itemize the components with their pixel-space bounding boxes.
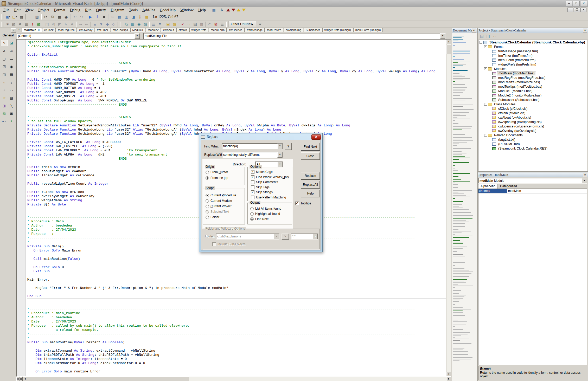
layers-icon[interactable]: ❖ bbox=[17, 22, 23, 27]
option-checkbox-skip-comments[interactable]: Skip Comments bbox=[251, 180, 278, 184]
find-combo-dropdown-icon[interactable]: ▼ bbox=[277, 144, 283, 149]
replace-combo-dropdown-icon[interactable]: ▼ bbox=[277, 152, 283, 158]
tool-line[interactable]: ╲ bbox=[8, 103, 15, 108]
bookmark-next-icon[interactable]: ▼ bbox=[98, 22, 104, 27]
menu-item-help[interactable]: Help bbox=[196, 8, 208, 12]
maroon-down-triangle-icon[interactable] bbox=[232, 9, 235, 11]
end-icon[interactable]: ■ bbox=[101, 14, 107, 20]
tree-item-Modules[interactable]: −Modules bbox=[478, 67, 587, 71]
tab-Module1[interactable]: Module1 bbox=[130, 28, 145, 32]
tree-item-menuForm[interactable]: menuForm (frmMenu.frm) bbox=[478, 58, 587, 62]
tool-combobox[interactable]: ◫ bbox=[1, 72, 7, 77]
save-all-icon[interactable]: ▥ bbox=[198, 22, 204, 27]
tool-dirlistbox[interactable]: ▱ bbox=[1, 95, 7, 101]
gold-up-triangle-icon[interactable] bbox=[237, 9, 240, 11]
menu-item-format[interactable]: Format bbox=[52, 8, 67, 12]
maroon-up-triangle-icon[interactable] bbox=[226, 9, 230, 11]
tree-item-modRegFree[interactable]: modRegFree (modRegFree.bas) bbox=[478, 75, 587, 80]
utility-hammer-icon[interactable]: ✶ bbox=[4, 22, 11, 27]
tree-item-Related[interactable]: −Related Documents bbox=[478, 133, 587, 137]
tab-menuFormDesign[interactable]: menuForm (Design) bbox=[353, 28, 383, 32]
document-map-content[interactable] bbox=[453, 34, 475, 380]
tree-item-Module1[interactable]: Module1 (Module1.bas) bbox=[478, 89, 587, 93]
gold-down-triangle-icon[interactable] bbox=[242, 9, 246, 11]
find-what-combo[interactable]: function(a) ▼ bbox=[222, 143, 283, 149]
bookmark-toggle-icon[interactable]: ▲ bbox=[92, 22, 98, 27]
procedure-combo[interactable]: readSettingsFile ▼ bbox=[143, 33, 446, 39]
menu-item-tools[interactable]: Tools bbox=[127, 8, 140, 12]
menu-item-diagram[interactable]: Diagram bbox=[108, 8, 127, 12]
tool-listbox[interactable]: ▤ bbox=[8, 72, 15, 77]
other-utilities-dropdown[interactable]: Other Utilities ▾ bbox=[228, 21, 256, 27]
eraser-icon[interactable]: ⬭ bbox=[207, 22, 213, 27]
hscroll-track[interactable] bbox=[27, 377, 447, 381]
add-module-icon[interactable]: ▣ bbox=[165, 22, 171, 27]
properties-object-combo[interactable]: modMain Module ▼ bbox=[478, 178, 587, 184]
option-checkbox-find-whole-words-only[interactable]: ✓Find Whole Words Only bbox=[251, 175, 289, 179]
tab-close-icon[interactable]: ✕ bbox=[37, 29, 40, 31]
calendar-icon[interactable]: ▦ bbox=[23, 22, 29, 27]
replace-with-combo[interactable]: something totally diffferent ▼ bbox=[222, 152, 283, 158]
replace-all-button[interactable]: Replace All bbox=[301, 181, 320, 188]
tree-item-cwLicence[interactable]: cwLicence (cwLicenceForm.cls) bbox=[478, 124, 587, 128]
scroll-right-icon[interactable]: ▶ bbox=[447, 377, 451, 381]
object-combo[interactable]: (General) ▼ bbox=[17, 33, 140, 39]
open-project-icon[interactable]: ▱ bbox=[27, 14, 34, 20]
menu-item-run[interactable]: Run bbox=[83, 8, 94, 12]
mdi-restore-button[interactable]: ❐ bbox=[574, 8, 580, 12]
line-list-icon[interactable]: ≡ bbox=[157, 22, 163, 27]
tree-item-Subclasser[interactable]: Subclasser (Subclasser.bas) bbox=[478, 98, 587, 102]
tool-textbox[interactable]: ab| bbox=[8, 48, 15, 54]
tree-item-READMEmd[interactable]: (README.md) bbox=[478, 142, 587, 146]
tool-data[interactable]: ⊞ bbox=[8, 111, 15, 116]
tool-ole[interactable]: OLE bbox=[1, 118, 7, 124]
bookmark-clear-icon[interactable]: ◇ bbox=[111, 22, 117, 27]
menu-item-query[interactable]: Query bbox=[94, 8, 108, 12]
copy-control-icon[interactable]: ⧉ bbox=[123, 22, 130, 27]
add-form-icon[interactable]: ▢▾ bbox=[11, 14, 18, 20]
output-radio-list-all-items-found[interactable]: List All items found bbox=[250, 207, 281, 210]
outdent-icon[interactable]: ⇤ bbox=[84, 22, 90, 27]
menu-item-window[interactable]: Window bbox=[178, 8, 196, 12]
scroll-left-icon[interactable]: ◀ bbox=[23, 377, 27, 381]
mdi-minimize-button[interactable]: – bbox=[567, 8, 573, 12]
procedure-view-icon[interactable]: ◫ bbox=[44, 22, 50, 27]
checklist-icon[interactable]: ✓ bbox=[180, 22, 186, 27]
option-checkbox-skip-tags[interactable]: Skip Tags bbox=[251, 185, 270, 189]
tab-frmTimer[interactable]: frmTimer bbox=[95, 28, 110, 32]
tool-shape[interactable]: ◨ bbox=[1, 103, 7, 108]
form-pencil-icon[interactable]: ▨ bbox=[11, 22, 17, 27]
module-view-icon[interactable]: ◰ bbox=[50, 22, 56, 27]
toggle-folders-icon[interactable]: ▱ bbox=[491, 34, 497, 39]
tree-item-bugListtxt[interactable]: (bugList.txt) bbox=[478, 137, 587, 142]
tab-modRegFree[interactable]: modRegFree bbox=[56, 28, 77, 32]
toolbox-icon[interactable]: ╋ bbox=[137, 14, 143, 20]
goto-definition-icon[interactable]: ↳ bbox=[63, 22, 69, 27]
help-button[interactable]: Help bbox=[301, 190, 320, 197]
project-explorer-icon[interactable]: ⊞ bbox=[110, 14, 116, 20]
wildcard-combo-dropdown-icon[interactable]: ▼ bbox=[312, 234, 318, 239]
tab-modResize[interactable]: modResize bbox=[265, 28, 283, 32]
tool-image[interactable]: ▨ bbox=[1, 111, 7, 116]
indent-icon[interactable]: ⇥ bbox=[77, 22, 84, 27]
tree-item-modTooltips[interactable]: modTooltips (modTooltips.bas) bbox=[478, 84, 587, 89]
numbered-list-icon[interactable]: ☰ bbox=[150, 22, 157, 27]
mdi-close-button[interactable]: ✕ bbox=[580, 8, 586, 12]
properties-close-icon[interactable]: ✕ bbox=[583, 173, 587, 177]
vscroll-thumb[interactable] bbox=[446, 45, 451, 54]
origin-radio-from-the-top[interactable]: From the top bbox=[206, 176, 228, 180]
menu-item-project[interactable]: Project bbox=[36, 8, 52, 12]
scope-radio-current-project[interactable]: Current Project bbox=[206, 204, 232, 208]
toolbox-general-header[interactable]: General bbox=[1, 33, 15, 38]
tool-label[interactable]: A bbox=[1, 48, 7, 54]
tree-item-cwOverlay[interactable]: cwOverlay (cwOverlay.cls) bbox=[478, 128, 587, 133]
tree-expand-icon[interactable]: − bbox=[484, 134, 487, 137]
tree-item-cfClock[interactable]: cfClock (cfClock.cls) bbox=[478, 106, 587, 111]
tree-item-Class[interactable]: −Class Modules bbox=[478, 102, 587, 106]
notes-icon[interactable]: ▤ bbox=[192, 22, 198, 27]
code-fixer-icon[interactable]: ▩ bbox=[36, 22, 42, 27]
tab-cfMain[interactable]: cfMain bbox=[176, 28, 189, 32]
tree-item-cwAbout[interactable]: cwAbout (cwAbout.cls) bbox=[478, 115, 587, 120]
folder-combo[interactable]: c:\vb6\exclusions ▼ bbox=[216, 234, 279, 240]
tree-expand-icon[interactable]: − bbox=[484, 45, 487, 48]
